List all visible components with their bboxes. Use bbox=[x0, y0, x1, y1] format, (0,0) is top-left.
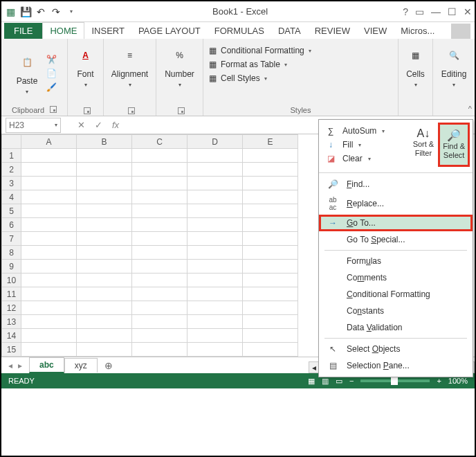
cell[interactable] bbox=[132, 274, 187, 287]
cell[interactable] bbox=[21, 274, 77, 287]
menu-select-objects[interactable]: ↖ Select Objects bbox=[319, 341, 473, 357]
row-header[interactable]: 7 bbox=[2, 232, 21, 246]
cell[interactable] bbox=[21, 149, 77, 163]
cell[interactable] bbox=[187, 190, 243, 204]
clipboard-dialog-launcher[interactable] bbox=[50, 106, 57, 113]
cell[interactable] bbox=[77, 177, 132, 190]
cell[interactable] bbox=[77, 149, 132, 163]
enter-icon[interactable]: ✓ bbox=[95, 120, 102, 130]
worksheet-grid[interactable]: A B C D E 123456789101112131415 bbox=[1, 134, 298, 357]
table-row[interactable]: 10 bbox=[2, 274, 298, 287]
table-row[interactable]: 13 bbox=[2, 315, 298, 329]
cell[interactable] bbox=[243, 287, 298, 301]
col-header[interactable]: B bbox=[77, 135, 132, 149]
row-header[interactable]: 12 bbox=[2, 301, 21, 315]
table-row[interactable]: 4 bbox=[2, 190, 298, 204]
col-header[interactable]: E bbox=[243, 135, 298, 149]
tab-insert[interactable]: INSERT bbox=[84, 23, 131, 39]
cell[interactable] bbox=[243, 274, 298, 287]
row-header[interactable]: 13 bbox=[2, 315, 21, 329]
font-dialog-launcher[interactable] bbox=[84, 107, 91, 114]
scroll-left-icon[interactable]: ◂ bbox=[309, 363, 319, 373]
font-button[interactable]: A Font ▾ bbox=[71, 42, 101, 91]
cancel-icon[interactable]: ✕ bbox=[77, 120, 85, 130]
col-header[interactable]: D bbox=[187, 135, 243, 149]
menu-goto-special[interactable]: Go To Special... bbox=[319, 231, 473, 248]
select-all-corner[interactable] bbox=[2, 135, 21, 149]
cell[interactable] bbox=[132, 301, 187, 315]
cell[interactable] bbox=[243, 343, 298, 357]
number-dialog-launcher[interactable] bbox=[178, 107, 185, 114]
cells-button[interactable]: ▦ Cells ▾ bbox=[401, 42, 431, 91]
sheet-tab-abc[interactable]: abc bbox=[29, 357, 64, 373]
number-button[interactable]: % Number ▾ bbox=[161, 42, 199, 91]
alignment-button[interactable]: ≡ Alignment ▾ bbox=[107, 42, 152, 91]
editing-button[interactable]: 🔍 Editing ▾ bbox=[437, 42, 471, 91]
table-row[interactable]: 1 bbox=[2, 149, 298, 163]
menu-data-validation[interactable]: Data Validation bbox=[319, 319, 473, 336]
cell[interactable] bbox=[187, 315, 243, 329]
tab-view[interactable]: VIEW bbox=[357, 23, 394, 39]
menu-constants[interactable]: Constants bbox=[319, 303, 473, 319]
menu-conditional-formatting[interactable]: Conditional Formatting bbox=[319, 286, 473, 303]
cell[interactable] bbox=[132, 315, 187, 329]
undo-icon[interactable]: ↶ bbox=[35, 6, 47, 18]
cell[interactable] bbox=[77, 218, 132, 232]
name-box[interactable]: H23 ▾ bbox=[6, 118, 61, 133]
zoom-value[interactable]: 100% bbox=[448, 377, 468, 385]
table-row[interactable]: 7 bbox=[2, 232, 298, 246]
table-row[interactable]: 14 bbox=[2, 329, 298, 343]
col-header[interactable]: C bbox=[132, 135, 187, 149]
row-header[interactable]: 2 bbox=[2, 163, 21, 177]
cell[interactable] bbox=[187, 343, 243, 357]
view-normal-icon[interactable]: ▦ bbox=[308, 377, 315, 386]
cell[interactable] bbox=[77, 301, 132, 315]
cell[interactable] bbox=[243, 190, 298, 204]
ribbon-options-icon[interactable]: ▭ bbox=[415, 6, 424, 17]
cell[interactable] bbox=[132, 218, 187, 232]
save-icon[interactable]: 💾 bbox=[19, 6, 32, 18]
cell[interactable] bbox=[77, 274, 132, 287]
cell[interactable] bbox=[21, 287, 77, 301]
row-header[interactable]: 11 bbox=[2, 287, 21, 301]
sheet-tab-xyz[interactable]: xyz bbox=[64, 358, 98, 373]
cell[interactable] bbox=[21, 218, 77, 232]
row-header[interactable]: 10 bbox=[2, 274, 21, 287]
minimize-icon[interactable]: — bbox=[431, 6, 441, 17]
tab-page-layout[interactable]: PAGE LAYOUT bbox=[131, 23, 208, 39]
zoom-in-icon[interactable]: + bbox=[437, 377, 441, 385]
redo-icon[interactable]: ↷ bbox=[50, 6, 62, 18]
view-page-break-icon[interactable]: ▭ bbox=[336, 377, 342, 386]
cell[interactable] bbox=[187, 204, 243, 218]
row-header[interactable]: 6 bbox=[2, 218, 21, 232]
close-icon[interactable]: ✕ bbox=[464, 6, 472, 17]
cell[interactable] bbox=[21, 177, 77, 190]
qa-customize-icon[interactable]: ▾ bbox=[65, 6, 77, 18]
fx-icon[interactable]: fx bbox=[112, 120, 119, 130]
cell[interactable] bbox=[21, 246, 77, 260]
tab-account[interactable]: Micros... bbox=[394, 23, 441, 39]
cell[interactable] bbox=[187, 149, 243, 163]
cell[interactable] bbox=[243, 301, 298, 315]
cell[interactable] bbox=[132, 329, 187, 343]
cell[interactable] bbox=[77, 260, 132, 274]
cell[interactable] bbox=[187, 177, 243, 190]
format-painter-icon[interactable]: 🖌️ bbox=[46, 82, 57, 92]
alignment-dialog-launcher[interactable] bbox=[128, 107, 135, 114]
cell[interactable] bbox=[243, 163, 298, 177]
cell[interactable] bbox=[187, 274, 243, 287]
cell[interactable] bbox=[77, 246, 132, 260]
cell[interactable] bbox=[77, 287, 132, 301]
row-header[interactable]: 8 bbox=[2, 246, 21, 260]
cut-icon[interactable]: ✂️ bbox=[46, 55, 57, 64]
cell[interactable] bbox=[77, 190, 132, 204]
cell[interactable] bbox=[21, 343, 77, 357]
account-avatar-icon[interactable] bbox=[451, 24, 470, 39]
row-header[interactable]: 4 bbox=[2, 190, 21, 204]
tab-data[interactable]: DATA bbox=[271, 23, 308, 39]
cell[interactable] bbox=[243, 260, 298, 274]
cell[interactable] bbox=[187, 218, 243, 232]
menu-comments[interactable]: Comments bbox=[319, 269, 473, 286]
view-page-layout-icon[interactable]: ▥ bbox=[322, 377, 329, 386]
cell[interactable] bbox=[243, 204, 298, 218]
